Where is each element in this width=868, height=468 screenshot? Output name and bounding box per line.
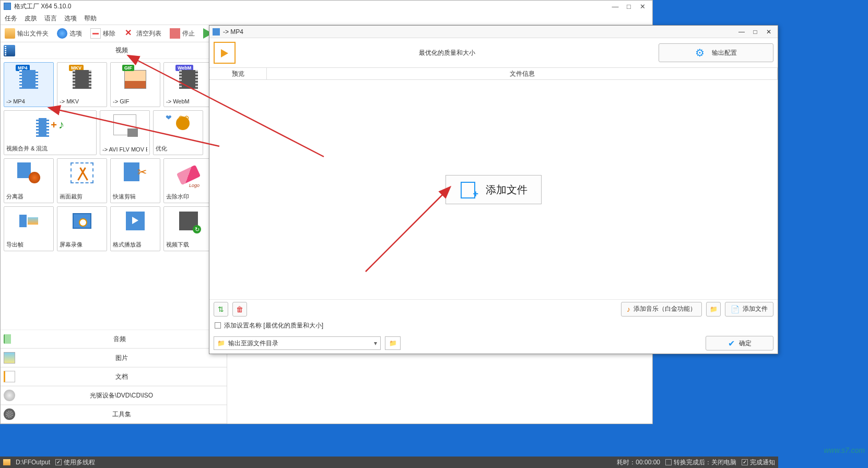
- remove-icon: [90, 28, 101, 39]
- app-icon: [4, 3, 11, 10]
- tile-mkv[interactable]: MKV-> MKV: [57, 62, 107, 107]
- add-file-big-button[interactable]: 添加文件: [445, 175, 542, 204]
- menu-lang[interactable]: 语言: [44, 14, 57, 23]
- menu-options[interactable]: 选项: [64, 14, 77, 23]
- remove-button[interactable]: 移除: [86, 26, 120, 41]
- tile-record[interactable]: 屏幕录像: [57, 206, 107, 251]
- add-file-button[interactable]: 📄添加文件: [725, 302, 773, 317]
- tile-watermark[interactable]: Logo去除水印: [163, 158, 214, 203]
- tab-file-info[interactable]: 文件信息: [267, 68, 778, 79]
- tile-download[interactable]: 视频下载: [163, 206, 214, 251]
- image-icon: [4, 352, 15, 364]
- quality-text: 最优化的质量和大小: [240, 49, 654, 57]
- options-button[interactable]: 选项: [53, 26, 86, 41]
- titlebar: 格式工厂 X64 5.10.0 — □ ✕: [1, 1, 652, 12]
- add-settings-name-label: 添加设置名称 [最优化的质量和大小]: [224, 321, 323, 330]
- output-folder-button[interactable]: 输出文件夹: [1, 26, 53, 41]
- gear-icon: ⚙: [695, 46, 705, 59]
- tile-player[interactable]: 格式播放器: [110, 206, 160, 251]
- chevron-down-icon: ▾: [374, 340, 377, 347]
- left-panel: 视频 MP4-> MP4 MKV-> MKV GIF-> GIF WebM-> …: [1, 42, 227, 424]
- minimize-button[interactable]: —: [611, 3, 620, 10]
- tile-optimize[interactable]: ⚙⚙优化: [153, 110, 203, 155]
- file-add-icon: 📄: [731, 305, 740, 313]
- dialog-title: -> MP4: [223, 28, 243, 36]
- tab-preview[interactable]: 预览: [209, 68, 267, 79]
- close-button[interactable]: ✕: [638, 3, 647, 10]
- tile-crop[interactable]: 画面裁剪: [57, 158, 107, 203]
- options-icon: [57, 28, 67, 39]
- add-settings-name-checkbox[interactable]: [215, 322, 221, 329]
- remove-file-button[interactable]: 🗑: [232, 302, 247, 317]
- notify-checkbox[interactable]: [742, 459, 748, 465]
- folder-icon: 📁: [217, 340, 225, 347]
- disc-icon: [4, 390, 15, 401]
- status-folder-icon: [3, 459, 10, 465]
- category-disc-header[interactable]: 光驱设备\DVD\CD\ISO: [1, 386, 227, 405]
- tile-split[interactable]: 分离器: [4, 158, 54, 203]
- category-tools-header[interactable]: 工具集: [1, 405, 227, 424]
- music-icon: ♪: [627, 305, 630, 313]
- shutdown-checkbox[interactable]: [665, 459, 672, 465]
- add-file-icon: [460, 181, 477, 198]
- dialog-icon: [213, 28, 220, 36]
- menubar: 任务 皮肤 语言 选项 帮助: [1, 12, 652, 25]
- video-tile-grid: MP4-> MP4 MKV-> MKV GIF-> GIF WebM-> Web…: [1, 59, 227, 330]
- tile-merge[interactable]: +♪视频合并 & 混流: [4, 110, 97, 155]
- document-icon: [4, 371, 15, 382]
- tools-icon: [4, 408, 15, 420]
- category-image-header[interactable]: 图片: [1, 348, 227, 367]
- add-folder-button[interactable]: 📁: [706, 302, 721, 317]
- stop-icon: [170, 28, 180, 39]
- app-title: 格式工厂 X64 5.10.0: [14, 2, 71, 11]
- dialog-minimize-button[interactable]: —: [736, 28, 747, 36]
- stop-button[interactable]: 停止: [166, 26, 199, 41]
- audio-icon: [4, 334, 11, 344]
- browse-folder-button[interactable]: 📁: [385, 336, 401, 350]
- format-icon: [214, 42, 236, 64]
- folder-add-icon: 📁: [710, 306, 718, 313]
- multithread-checkbox[interactable]: [55, 459, 62, 465]
- tile-export-frames[interactable]: 导出帧: [4, 206, 54, 251]
- clear-list-button[interactable]: 清空列表: [120, 26, 166, 41]
- status-path[interactable]: D:\FFOutput: [16, 459, 50, 466]
- tile-webm[interactable]: WebM-> WebM: [163, 62, 214, 107]
- tile-avi[interactable]: -> AVI FLV MOV Etc...: [100, 110, 150, 155]
- output-config-button[interactable]: ⚙ 输出配置: [659, 43, 773, 62]
- category-document-header[interactable]: 文档: [1, 367, 227, 386]
- category-video-label: 视频: [19, 46, 224, 55]
- mp4-dialog: -> MP4 — □ ✕ 最优化的质量和大小 ⚙ 输出配置 预览 文件信息 添加…: [209, 25, 778, 354]
- maximize-button[interactable]: □: [624, 3, 634, 10]
- menu-skin[interactable]: 皮肤: [25, 14, 37, 23]
- output-folder-select[interactable]: 📁 输出至源文件目录 ▾: [214, 336, 381, 350]
- folder-icon: [5, 28, 15, 39]
- watermark: www.s7.com: [824, 446, 865, 454]
- compare-button[interactable]: ⇅: [214, 302, 228, 317]
- tile-gif[interactable]: GIF-> GIF: [110, 62, 160, 107]
- dialog-titlebar: -> MP4 — □ ✕: [209, 26, 778, 38]
- video-icon: [4, 45, 15, 56]
- tile-quick-edit[interactable]: ✂快速剪辑: [110, 158, 160, 203]
- category-audio-header[interactable]: 音频: [1, 330, 227, 348]
- ok-button[interactable]: ✔确定: [706, 336, 773, 350]
- status-elapsed: 耗时：00:00:00: [617, 458, 660, 467]
- dialog-maximize-button[interactable]: □: [749, 28, 761, 36]
- menu-help[interactable]: 帮助: [84, 14, 97, 23]
- clear-icon: [124, 28, 134, 39]
- menu-task[interactable]: 任务: [5, 14, 17, 23]
- dialog-body[interactable]: 添加文件: [209, 80, 778, 299]
- category-video-header[interactable]: 视频: [1, 42, 227, 59]
- tile-mp4[interactable]: MP4-> MP4: [4, 62, 54, 107]
- check-icon: ✔: [728, 338, 735, 348]
- add-music-button[interactable]: ♪添加音乐（白金功能）: [621, 302, 702, 317]
- status-bar: D:\FFOutput 使用多线程 耗时：00:00:00 转换完成后：关闭电脑…: [0, 457, 778, 468]
- dialog-close-button[interactable]: ✕: [763, 28, 775, 36]
